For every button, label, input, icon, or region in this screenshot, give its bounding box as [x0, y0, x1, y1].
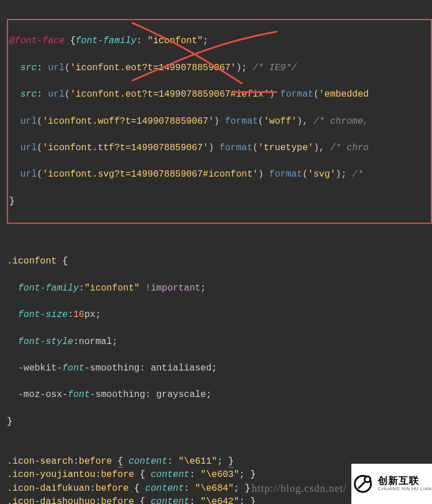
svg-point-1 [365, 476, 370, 482]
font-face-block: @font-face {font-family: "iconfont"; src… [7, 19, 432, 224]
brand-logo-icon [351, 472, 374, 495]
watermark-url: http://blog.csdn.net/ [252, 481, 347, 496]
code-editor: @font-face {font-family: "iconfont"; src… [0, 0, 432, 504]
brand-logo: 创新互联 CHUANG XIN HU LIAN [351, 464, 432, 504]
brand-name-en: CHUANG XIN HU LIAN [378, 487, 431, 492]
brand-name-cn: 创新互联 [378, 476, 431, 487]
